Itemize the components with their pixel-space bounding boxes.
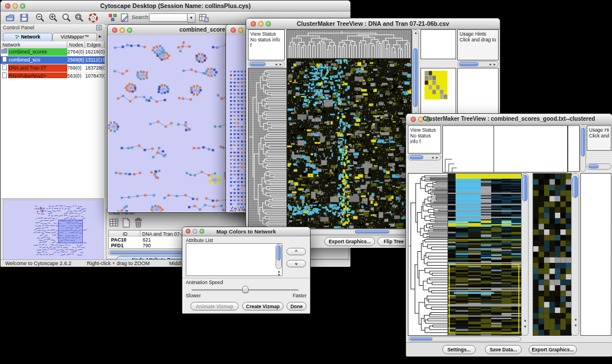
col-edges[interactable]: Edges [85,41,105,48]
control-panel-title: Control Panel [3,25,35,30]
attribute-list-scrollbar[interactable] [276,244,282,269]
col-nodes[interactable]: Nodes [67,41,85,48]
tab-vizmapper[interactable]: VizMapper™ [52,33,97,42]
usage-hints-scrollbar[interactable] [587,163,611,170]
move-down-button[interactable]: v [286,260,306,267]
annotation-icon[interactable] [120,13,130,23]
heatmap-canvas[interactable] [447,173,522,336]
scroll-right-arrow[interactable]: ► [279,63,282,67]
column-dendrogram-area[interactable] [442,125,568,173]
tab-network[interactable]: Network [3,33,52,42]
scroll-thumb[interactable] [572,176,578,198]
view-status-scrollbar[interactable]: ◄ ► [408,154,441,160]
scroll-right-arrow[interactable]: ► [435,156,439,160]
vizmap-icon[interactable] [108,13,118,23]
scroll-right-arrow[interactable]: ► [493,63,496,67]
scroll-down-arrow[interactable]: ▼ [574,324,577,328]
treeview-combined-column-labels [568,125,580,172]
attribute-select-icon[interactable] [109,218,119,228]
col-network[interactable]: Network [1,41,67,48]
export-graphics-button[interactable]: Export Graphics... [324,237,375,246]
usage-hints-scrollbar[interactable]: ◄ ► [457,61,499,67]
treeview-combined-title-bar[interactable]: ClusterMaker TreeView : combined_scores_… [406,114,612,125]
network-table-row[interactable]: combined_sco 2569(6) 13112(15) [1,56,105,64]
row-dendrogram[interactable] [408,173,448,336]
scroll-up-arrow[interactable]: ▲ [523,319,527,323]
window-title: Cytoscape Desktop (Session Name: collins… [1,2,350,9]
scroll-thumb[interactable] [413,48,418,107]
global-matrix-panel [420,68,456,114]
scroll-thumb[interactable] [410,338,433,340]
usage-hints-text: Click and [589,133,609,139]
scroll-left-arrow[interactable]: ◄ [274,63,278,67]
save-data-button[interactable]: Save Data... [485,345,522,354]
scroll-thumb[interactable] [277,246,281,260]
open-file-icon[interactable] [5,13,16,23]
dialog-title-bar[interactable]: Map Colors to Network [182,227,310,236]
move-up-button[interactable]: ^ [286,248,306,255]
birdseye-canvas[interactable] [3,200,104,260]
zoom-heatmap-canvas[interactable] [533,173,572,336]
network-file-icon [1,48,8,56]
scroll-thumb[interactable] [250,62,266,66]
birdseye-view[interactable] [2,198,104,260]
scroll-thumb[interactable] [588,164,599,168]
scroll-down-arrow[interactable]: ▼ [277,273,281,277]
scroll-down-arrow[interactable]: ▼ [523,325,527,329]
bottom-hscrollbar[interactable] [408,336,521,342]
network-table-row[interactable]: DNA and Tran 07 769(0) 183728(0) [1,64,105,72]
network-name: combined_scores [8,48,67,56]
scroll-left-arrow[interactable]: ◄ [488,63,492,67]
search-dropdown-arrow[interactable]: ▼ [187,13,196,23]
scroll-up-arrow[interactable]: ▲ [574,317,577,321]
done-button[interactable]: Done [286,302,307,311]
zoom-selected-icon[interactable] [74,13,85,23]
delete-attribute-icon[interactable] [133,217,143,228]
zoom-in-icon[interactable] [48,13,59,23]
create-vizmap-button[interactable]: Create Vizmap [242,302,284,311]
import-table-icon[interactable] [198,13,209,23]
network-table-row[interactable]: combined_scores 2764(0) 16218(0) [1,48,105,56]
settings-button[interactable]: Settings... [442,345,476,354]
export-graphics-button[interactable]: Export Graphics... [529,345,577,354]
map-colors-dialog: Map Colors to Network Attribute List ▲ ▼… [182,227,311,314]
treeview-dna-title-bar[interactable]: ClusterMaker TreeView : DNA and Tran 07-… [246,18,500,29]
scroll-thumb[interactable] [410,155,423,159]
search-input[interactable] [149,13,188,22]
animate-vizmap-button[interactable]: Animate Vizmap [190,302,239,311]
column-dendrogram[interactable] [286,29,412,59]
heatmap-canvas[interactable] [286,58,412,229]
animation-speed-slider-thumb[interactable] [242,286,248,293]
minimize-button[interactable] [238,28,243,33]
scroll-thumb[interactable] [522,175,527,201]
scroll-thumb[interactable] [581,128,585,156]
column-labels-scrollbar[interactable] [580,125,586,172]
network-table-header: Network Nodes Edges [1,41,105,48]
network-edges-count: 16218(0) [85,48,105,56]
zoom-fit-icon[interactable] [62,13,72,23]
id-column-header[interactable]: ID [109,231,140,237]
save-session-icon[interactable] [19,13,29,23]
row-dendrogram[interactable] [248,68,287,229]
main-title-bar[interactable]: Cytoscape Desktop (Session Name: collins… [1,1,350,12]
new-attribute-icon[interactable] [121,218,131,228]
tab-overflow-arrow[interactable]: ► [98,34,102,39]
network-name: DNA and Tran 07 [8,64,67,72]
heatmap-vscrollbar[interactable]: ▲ ▼ [521,173,529,336]
scroll-left-arrow[interactable]: ◄ [431,156,434,160]
control-panel-header: Control Panel [1,24,105,32]
global-matrix-thumbnail[interactable] [424,71,447,99]
zoom-out-icon[interactable] [35,13,45,23]
help-lifesaver-icon[interactable] [88,13,98,23]
network-edges-count: 13112(15) [85,56,105,64]
float-panel-icon[interactable] [96,25,102,30]
scroll-thumb[interactable] [355,230,389,233]
status-zoom-hint: Right-click + drag to ZOOM [87,260,150,266]
treeview-combined-button-bar: Settings... Save Data... Export Graphics… [406,342,612,357]
close-button[interactable] [231,28,236,33]
scroll-up-arrow[interactable]: ▲ [414,31,418,35]
gene-list-scrollbar[interactable]: ▲ ▼ [571,173,579,336]
usage-hints-panel: Usage Hints Click and drag to [457,29,499,60]
view-status-scrollbar[interactable]: ◄ ► [248,61,285,67]
scroll-thumb[interactable] [459,62,479,66]
